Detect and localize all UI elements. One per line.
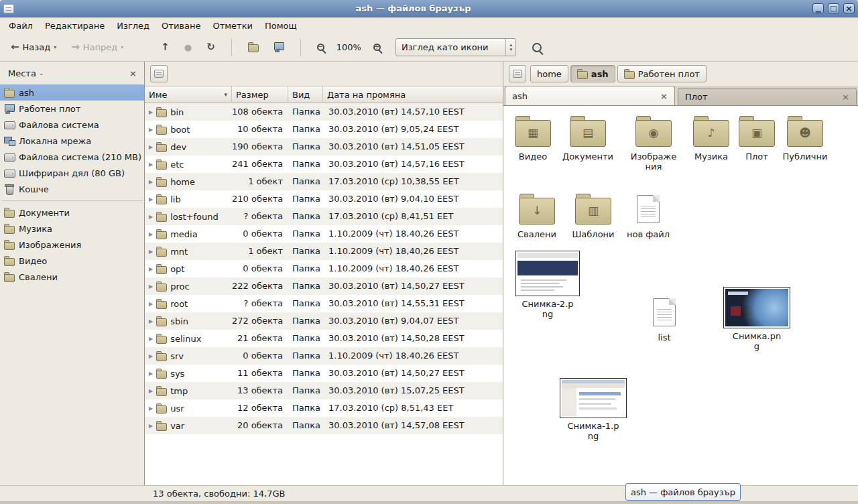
menu-item[interactable]: Отметки xyxy=(206,17,258,34)
icon-view-item[interactable]: нов файл xyxy=(620,192,676,239)
tab[interactable]: ash xyxy=(505,86,675,105)
places-item[interactable]: Файлова система xyxy=(0,117,144,133)
places-item[interactable]: Кошче xyxy=(0,181,144,197)
reload-button[interactable] xyxy=(201,39,221,56)
table-row[interactable]: opt 0 обекта Папка 1.10.2009 (чт) 18,40,… xyxy=(145,260,503,277)
table-row[interactable]: proc 222 обекта Папка 30.03.2010 (вт) 14… xyxy=(145,277,503,295)
table-row[interactable]: lost+found ? обекта Папка 17.03.2010 (ср… xyxy=(145,208,503,225)
stop-button[interactable] xyxy=(179,39,197,56)
icon-view-item[interactable]: Снимка-2.png xyxy=(513,251,583,319)
expander-icon[interactable] xyxy=(149,179,153,185)
zoom-in-button[interactable] xyxy=(368,40,386,54)
table-row[interactable]: var 20 обекта Папка 30.03.2010 (вт) 14,5… xyxy=(145,417,503,434)
expander-icon[interactable] xyxy=(149,284,153,290)
places-item[interactable]: Свалени xyxy=(0,269,144,285)
search-button[interactable] xyxy=(527,40,547,56)
expander-icon[interactable] xyxy=(149,336,153,342)
table-row[interactable]: boot 10 обекта Папка 30.03.2010 (вт) 9,0… xyxy=(145,121,503,138)
home-button[interactable] xyxy=(243,39,264,56)
menu-item[interactable]: Изглед xyxy=(111,17,156,34)
view-mode-select[interactable]: Изглед като икони xyxy=(395,38,516,56)
table-row[interactable]: mnt 1 обект Папка 1.10.2009 (чт) 18,40,2… xyxy=(145,243,503,260)
breadcrumb-button[interactable]: Работен плот xyxy=(617,65,707,82)
places-item[interactable]: Музика xyxy=(0,220,144,237)
icon-view-item[interactable]: ↓ Свалени xyxy=(509,192,565,239)
up-button[interactable] xyxy=(156,39,175,56)
expander-icon[interactable] xyxy=(149,231,153,237)
places-item[interactable]: Файлова система (210 MB) xyxy=(0,149,144,165)
tab-close-button[interactable] xyxy=(654,91,668,101)
computer-button[interactable] xyxy=(268,39,290,56)
expander-icon[interactable] xyxy=(149,162,153,168)
places-close-button[interactable] xyxy=(127,68,139,78)
tab[interactable]: Плот xyxy=(678,88,857,105)
expander-icon[interactable] xyxy=(149,405,153,412)
places-item[interactable]: Работен плот xyxy=(0,101,144,117)
places-item[interactable]: Изображения xyxy=(0,237,144,253)
table-row[interactable]: tmp 13 обекта Папка 30.03.2010 (вт) 15,0… xyxy=(145,382,503,399)
table-row[interactable]: bin 108 обекта Папка 30.03.2010 (вт) 14,… xyxy=(145,103,503,121)
pane-location-button[interactable] xyxy=(150,65,168,82)
expander-icon[interactable] xyxy=(149,196,153,202)
expander-icon[interactable] xyxy=(149,353,153,359)
table-row[interactable]: sys 11 обекта Папка 30.03.2010 (вт) 14,5… xyxy=(145,365,503,382)
icon-view-item[interactable]: list xyxy=(636,295,692,342)
table-row[interactable]: dev 190 обекта Папка 30.03.2010 (вт) 14,… xyxy=(145,138,503,155)
places-item[interactable]: ash xyxy=(0,84,144,101)
expander-icon[interactable] xyxy=(149,144,153,150)
places-item[interactable]: Видео xyxy=(0,253,144,269)
places-item[interactable]: Шифриран дял (80 GB) xyxy=(0,165,144,181)
places-selector[interactable]: Места xyxy=(5,67,46,80)
table-row[interactable]: selinux 21 обекта Папка 30.03.2010 (вт) … xyxy=(145,330,503,347)
expander-icon[interactable] xyxy=(149,388,153,394)
icon-view-item[interactable]: ▤ Документи xyxy=(560,114,616,162)
icon-view-item[interactable]: Снимка-1.png xyxy=(558,378,628,441)
expander-icon[interactable] xyxy=(149,214,153,220)
places-item[interactable]: Документи xyxy=(0,204,144,220)
expander-icon[interactable] xyxy=(149,423,153,429)
expander-icon[interactable] xyxy=(149,127,153,133)
minimize-button[interactable] xyxy=(812,3,824,13)
icon-view-item[interactable]: ▥ Шаблони xyxy=(565,192,621,239)
expander-icon[interactable] xyxy=(149,371,153,377)
forward-button[interactable]: Напред xyxy=(66,39,129,56)
menu-item[interactable]: Файл xyxy=(3,17,39,34)
close-button[interactable] xyxy=(843,3,855,13)
back-button[interactable]: Назад xyxy=(5,39,62,56)
table-row[interactable]: home 1 обект Папка 17.03.2010 (ср) 10,38… xyxy=(145,173,503,190)
menu-item[interactable]: Отиване xyxy=(156,17,206,34)
maximize-button[interactable] xyxy=(828,3,839,13)
table-row[interactable]: lib 210 обекта Папка 30.03.2010 (вт) 9,0… xyxy=(145,190,503,208)
pathbar-icon-button[interactable] xyxy=(509,65,526,82)
menu-item[interactable]: Редактиране xyxy=(39,17,111,34)
tab-close-button[interactable] xyxy=(835,92,849,102)
taskbar-window-button[interactable]: ash — файлов браузър xyxy=(625,483,741,501)
icon-view-item[interactable]: ◉ Изображения xyxy=(625,114,682,172)
table-row[interactable]: media 0 обекта Папка 1.10.2009 (чт) 18,4… xyxy=(145,225,503,243)
folder-icon xyxy=(156,386,167,396)
icon-view-item[interactable]: ☻ Публични xyxy=(777,114,833,162)
icon-view-item[interactable]: Снимка.png xyxy=(722,287,792,351)
table-row[interactable]: srv 0 обекта Папка 1.10.2009 (чт) 18,40,… xyxy=(145,347,503,365)
window-titlebar[interactable]: ash — файлов браузър xyxy=(0,0,858,17)
breadcrumb-button[interactable]: home xyxy=(530,65,568,82)
table-row[interactable]: root ? обекта Папка 30.03.2010 (вт) 14,5… xyxy=(145,295,503,312)
crumb-label: home xyxy=(537,69,562,79)
column-header-type[interactable]: Вид xyxy=(288,86,323,103)
expander-icon[interactable] xyxy=(149,109,153,115)
zoom-out-button[interactable] xyxy=(312,40,330,54)
places-item[interactable]: Локална мрежа xyxy=(0,133,144,149)
column-header-name[interactable]: Име xyxy=(145,86,232,103)
expander-icon[interactable] xyxy=(149,249,153,255)
expander-icon[interactable] xyxy=(149,266,153,272)
expander-icon[interactable] xyxy=(149,301,153,307)
expander-icon[interactable] xyxy=(149,318,153,324)
table-row[interactable]: usr 12 обекта Папка 17.03.2010 (ср) 8,51… xyxy=(145,399,503,417)
menu-item[interactable]: Помощ xyxy=(259,17,303,34)
table-row[interactable]: sbin 272 обекта Папка 30.03.2010 (вт) 9,… xyxy=(145,312,503,330)
icon-view-item[interactable]: ▦ Видео xyxy=(505,114,561,162)
column-header-date[interactable]: Дата на промяна xyxy=(323,86,503,103)
column-header-size[interactable]: Размер xyxy=(232,86,288,103)
table-row[interactable]: etc 241 обекта Папка 30.03.2010 (вт) 14,… xyxy=(145,155,503,173)
breadcrumb-button[interactable]: ash xyxy=(570,65,615,82)
